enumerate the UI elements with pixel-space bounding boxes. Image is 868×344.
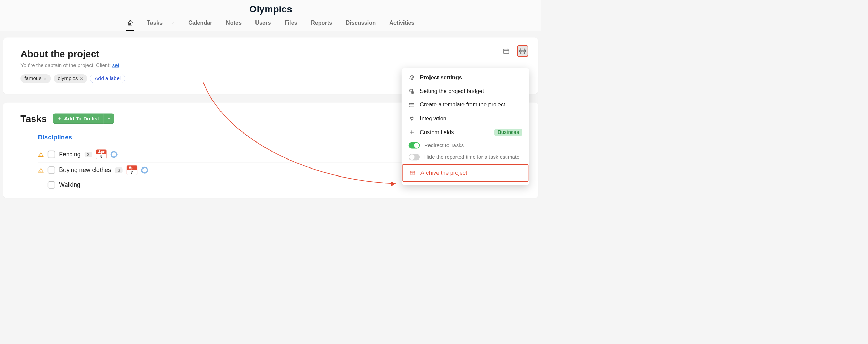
svg-point-23 xyxy=(41,171,41,172)
toggle-on[interactable] xyxy=(409,142,420,149)
menu-archive-project[interactable]: Archive the project xyxy=(403,165,528,181)
svg-rect-35 xyxy=(410,171,415,172)
menu-custom-fields[interactable]: Custom fields Business xyxy=(402,125,529,139)
task-date-chip: Apr 5 xyxy=(96,150,107,159)
svg-point-25 xyxy=(410,89,413,91)
task-date-chip: Apr 7 xyxy=(127,165,137,175)
task-count: 3 xyxy=(115,167,123,173)
archive-icon xyxy=(409,170,416,176)
label-chip-olympics[interactable]: olympics ✕ xyxy=(54,74,87,83)
calendar-button[interactable] xyxy=(501,45,512,57)
menu-redirect-tasks[interactable]: Redirect to Tasks xyxy=(402,139,529,151)
date-day: 7 xyxy=(127,170,137,175)
toggle-label: Hide the reported time for a task estima… xyxy=(424,154,520,160)
task-checkbox[interactable] xyxy=(48,166,55,174)
menu-hide-time[interactable]: Hide the reported time for a task estima… xyxy=(402,151,529,163)
app-header: Olympics Tasks Calendar Notes Users File… xyxy=(0,0,541,31)
menu-integration[interactable]: Integration xyxy=(402,112,529,125)
plug-icon xyxy=(409,115,415,121)
tab-users[interactable]: Users xyxy=(254,17,272,31)
add-todo-list-button: Add To-Do list xyxy=(53,113,114,124)
svg-rect-3 xyxy=(504,49,509,53)
about-subtitle-text: You're the captain of the project. Clien… xyxy=(20,62,112,68)
toggle-off[interactable] xyxy=(409,154,420,160)
add-todo-label: Add To-Do list xyxy=(64,116,99,122)
about-subtitle: You're the captain of the project. Clien… xyxy=(20,62,521,68)
tab-files[interactable]: Files xyxy=(284,17,298,31)
task-name: Buying new clothes xyxy=(59,167,111,174)
warning-icon xyxy=(38,167,44,173)
about-actions xyxy=(501,45,528,57)
calendar-icon xyxy=(503,48,510,54)
menu-label: Archive the project xyxy=(420,170,467,176)
archive-highlight: Archive the project xyxy=(402,164,528,182)
menu-label: Integration xyxy=(420,115,446,122)
tab-calendar[interactable]: Calendar xyxy=(188,17,213,31)
date-month: Apr xyxy=(98,150,104,154)
tab-notes[interactable]: Notes xyxy=(225,17,242,31)
remove-icon[interactable]: ✕ xyxy=(43,76,47,81)
menu-label: Create a template from the project xyxy=(420,102,505,108)
settings-dropdown: Project settings Setting the project bud… xyxy=(402,68,529,185)
tab-tasks[interactable]: Tasks xyxy=(146,17,176,31)
svg-marker-10 xyxy=(108,118,110,119)
progress-ring-icon xyxy=(141,167,148,174)
menu-label: Setting the project budget xyxy=(420,88,484,94)
tab-reports[interactable]: Reports xyxy=(310,17,333,31)
chip-text: olympics xyxy=(58,76,78,81)
remove-icon[interactable]: ✕ xyxy=(80,76,84,81)
home-icon xyxy=(127,19,133,26)
task-count: 3 xyxy=(85,152,92,157)
task-checkbox[interactable] xyxy=(48,181,55,189)
svg-point-24 xyxy=(411,77,413,78)
add-todo-main[interactable]: Add To-Do list xyxy=(53,113,103,124)
add-label-button[interactable]: Add a label xyxy=(90,74,125,83)
menu-label: Project settings xyxy=(420,74,462,81)
task-name: Fencing xyxy=(59,151,80,158)
chip-text: famous xyxy=(24,76,41,81)
tab-activities[interactable]: Activities xyxy=(389,17,415,31)
progress-ring-icon xyxy=(111,151,118,158)
tab-home[interactable] xyxy=(126,17,134,31)
menu-label: Custom fields xyxy=(420,129,454,136)
about-heading: About the project xyxy=(20,49,521,59)
plus-icon xyxy=(409,130,415,135)
svg-point-30 xyxy=(409,103,410,103)
svg-point-21 xyxy=(41,156,41,156)
date-month: Apr xyxy=(129,166,135,170)
nav-tabs: Tasks Calendar Notes Users Files Reports… xyxy=(9,17,533,31)
list-icon xyxy=(409,102,415,108)
chevron-down-icon xyxy=(171,21,175,25)
date-day: 5 xyxy=(96,154,107,159)
warning-icon xyxy=(38,152,44,157)
tab-label: Tasks xyxy=(147,19,163,26)
svg-point-31 xyxy=(409,105,410,105)
caret-down-icon xyxy=(107,117,111,120)
project-title: Olympics xyxy=(9,0,533,17)
menu-budget[interactable]: Setting the project budget xyxy=(402,84,529,98)
svg-point-32 xyxy=(409,106,410,106)
label-chip-famous[interactable]: famous ✕ xyxy=(20,74,51,83)
toggle-label: Redirect to Tasks xyxy=(424,142,464,148)
settings-button[interactable] xyxy=(517,45,528,57)
business-badge: Business xyxy=(494,129,522,136)
menu-project-settings[interactable]: Project settings xyxy=(402,71,529,84)
coins-icon xyxy=(409,88,415,94)
svg-point-7 xyxy=(522,50,523,52)
menu-template[interactable]: Create a template from the project xyxy=(402,98,529,112)
tab-discussion[interactable]: Discussion xyxy=(345,17,377,31)
plus-icon xyxy=(57,117,62,121)
gear-icon xyxy=(519,48,526,54)
gear-icon xyxy=(409,75,415,80)
task-checkbox[interactable] xyxy=(48,151,55,158)
client-set-link[interactable]: set xyxy=(112,62,119,68)
task-name: Walking xyxy=(59,181,80,188)
add-todo-dropdown[interactable] xyxy=(104,113,114,124)
list-icon xyxy=(164,20,169,25)
tasks-heading: Tasks xyxy=(20,113,47,124)
